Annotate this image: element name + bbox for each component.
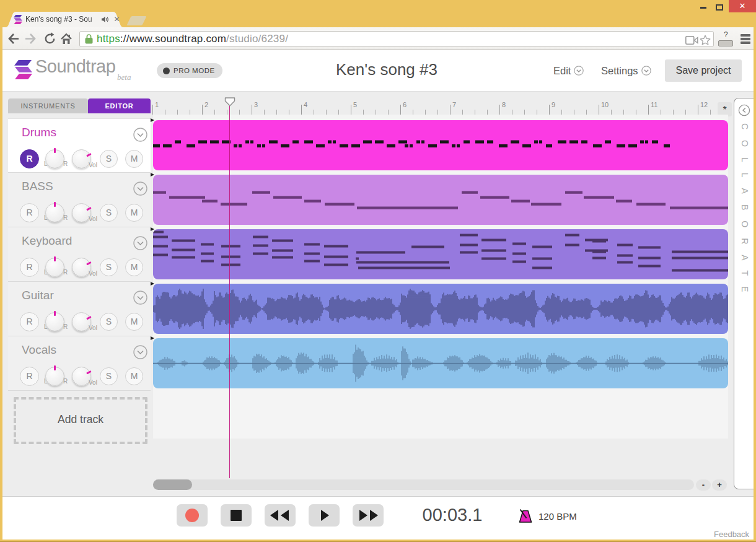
pan-knob[interactable] bbox=[45, 149, 64, 168]
track-collapse-chevron-icon[interactable] bbox=[133, 236, 147, 250]
clip-drums[interactable] bbox=[153, 120, 728, 170]
tab-editor[interactable]: EDITOR bbox=[88, 98, 151, 113]
tab-instruments[interactable]: INSTRUMENTS bbox=[8, 98, 88, 113]
record-arm-button[interactable]: R bbox=[20, 149, 39, 168]
play-button[interactable] bbox=[309, 504, 340, 527]
ruler-tick-minor bbox=[661, 110, 661, 115]
horizontal-scrollbar[interactable] bbox=[153, 479, 694, 490]
settings-menu[interactable]: Settings bbox=[601, 64, 651, 78]
back-icon[interactable] bbox=[7, 33, 20, 45]
track-card-vocals[interactable]: VocalsRLRVolSM bbox=[8, 336, 151, 391]
window-maximize-button[interactable] bbox=[716, 4, 723, 11]
zoom-in-button[interactable]: + bbox=[712, 479, 727, 491]
pan-knob[interactable] bbox=[45, 203, 64, 222]
scrollbar-thumb[interactable] bbox=[153, 479, 192, 490]
mute-button[interactable]: M bbox=[125, 313, 143, 331]
track-card-drums[interactable]: DrumsRLRVolSM bbox=[8, 118, 151, 173]
rewind-button[interactable] bbox=[265, 504, 296, 527]
clip-bass[interactable] bbox=[153, 175, 728, 225]
track-card-bass[interactable]: BASSRLRVolSM bbox=[8, 173, 151, 227]
reload-icon[interactable] bbox=[43, 32, 56, 45]
clip-edge-handle[interactable] bbox=[151, 336, 154, 340]
mute-button[interactable]: M bbox=[125, 150, 143, 168]
feedback-link[interactable]: Feedback bbox=[714, 530, 749, 539]
pan-knob[interactable] bbox=[45, 312, 64, 331]
play-icon bbox=[321, 510, 329, 521]
timeline-ruler[interactable]: 123456789101112 bbox=[153, 98, 731, 115]
fast-forward-button[interactable] bbox=[353, 504, 384, 527]
clip-edge-handle[interactable] bbox=[151, 282, 154, 286]
drums-clip-content bbox=[153, 120, 728, 170]
knob-pointer bbox=[86, 370, 91, 374]
tab-close-icon[interactable]: ✕ bbox=[113, 15, 121, 24]
chevron-left-icon[interactable] bbox=[738, 104, 750, 116]
bpm-label[interactable]: 120 BPM bbox=[538, 511, 577, 522]
mute-button[interactable]: M bbox=[125, 204, 143, 222]
padlock-icon[interactable] bbox=[85, 34, 93, 44]
guitar-clip-content bbox=[153, 284, 728, 334]
track-name[interactable]: Drums bbox=[22, 126, 56, 139]
record-arm-button[interactable]: R bbox=[20, 312, 39, 331]
bookmark-star-icon[interactable] bbox=[700, 35, 711, 46]
extension-icon[interactable]: ? bbox=[717, 29, 736, 48]
solo-button[interactable]: S bbox=[100, 313, 118, 331]
track-name[interactable]: BASS bbox=[22, 180, 53, 193]
collaborate-panel[interactable]: COLLABORATE bbox=[734, 98, 754, 489]
ruler-tick-major bbox=[301, 105, 302, 115]
record-arm-button[interactable]: R bbox=[20, 258, 39, 277]
record-arm-button[interactable]: R bbox=[20, 367, 39, 386]
clip-keyboard[interactable] bbox=[153, 229, 728, 279]
chrome-menu-icon[interactable] bbox=[741, 34, 750, 44]
browser-window: Ken's song #3 - Sou ✕ ✕ https://www.soun… bbox=[0, 0, 756, 542]
browser-tab[interactable]: Ken's song #3 - Sou ✕ bbox=[5, 12, 124, 27]
window-minimize-button[interactable] bbox=[700, 7, 706, 9]
track-collapse-chevron-icon[interactable] bbox=[133, 181, 147, 196]
record-button[interactable] bbox=[177, 504, 208, 527]
zoom-out-button[interactable]: - bbox=[696, 479, 711, 491]
solo-button[interactable]: S bbox=[100, 204, 118, 222]
url-text[interactable]: https://www.soundtrap.com/studio/6239/ bbox=[97, 33, 288, 45]
save-project-button[interactable]: Save project bbox=[665, 59, 742, 82]
knob-pointer-wrap bbox=[46, 367, 64, 385]
playhead-line[interactable] bbox=[229, 106, 230, 478]
url-scheme: https bbox=[97, 33, 120, 45]
track-card-guitar[interactable]: GuitarRLRVolSM bbox=[8, 282, 151, 336]
stop-button[interactable] bbox=[221, 504, 252, 527]
track-collapse-chevron-icon[interactable] bbox=[133, 345, 147, 359]
knob-pointer bbox=[86, 315, 91, 319]
browser-toolbar: https://www.soundtrap.com/studio/6239/ ? bbox=[2, 27, 754, 50]
clip-guitar[interactable] bbox=[153, 284, 728, 334]
app-header: Soundtrap beta PRO MODE Ken's song #3 Ed… bbox=[2, 50, 754, 92]
clip-edge-handle[interactable] bbox=[151, 227, 154, 231]
ruler-tick-minor bbox=[289, 110, 289, 115]
track-collapse-chevron-icon[interactable] bbox=[133, 128, 147, 142]
clip-vocals[interactable] bbox=[153, 338, 728, 388]
camera-icon[interactable] bbox=[685, 36, 698, 45]
clip-edge-handle[interactable] bbox=[151, 173, 154, 177]
solo-button[interactable]: S bbox=[100, 367, 118, 385]
pan-knob[interactable] bbox=[45, 367, 64, 386]
solo-button[interactable]: S bbox=[100, 258, 118, 276]
mute-button[interactable]: M bbox=[125, 258, 143, 276]
metronome-icon[interactable] bbox=[517, 509, 534, 524]
mute-button[interactable]: M bbox=[125, 367, 143, 385]
clip-edge-handle[interactable] bbox=[151, 118, 154, 122]
home-icon[interactable] bbox=[60, 33, 73, 45]
forward-icon[interactable] bbox=[24, 33, 37, 45]
new-tab-button[interactable] bbox=[126, 16, 146, 25]
record-arm-button[interactable]: R bbox=[20, 203, 39, 222]
soundtrap-app: Soundtrap beta PRO MODE Ken's song #3 Ed… bbox=[2, 50, 754, 540]
playhead-marker[interactable] bbox=[224, 97, 235, 107]
knob-pointer-wrap bbox=[46, 313, 64, 331]
track-name[interactable]: Keyboard bbox=[22, 234, 72, 248]
track-name[interactable]: Guitar bbox=[22, 289, 54, 302]
track-collapse-chevron-icon[interactable] bbox=[133, 291, 147, 305]
solo-button[interactable]: S bbox=[100, 150, 118, 168]
pan-knob[interactable] bbox=[45, 258, 64, 277]
add-track-button[interactable]: Add track bbox=[14, 397, 147, 444]
track-card-keyboard[interactable]: KeyboardRLRVolSM bbox=[8, 227, 151, 282]
window-close-button[interactable]: ✕ bbox=[729, 0, 756, 12]
edit-menu[interactable]: Edit bbox=[553, 64, 584, 78]
track-name[interactable]: Vocals bbox=[22, 343, 56, 357]
address-bar[interactable]: https://www.soundtrap.com/studio/6239/ bbox=[79, 31, 714, 47]
